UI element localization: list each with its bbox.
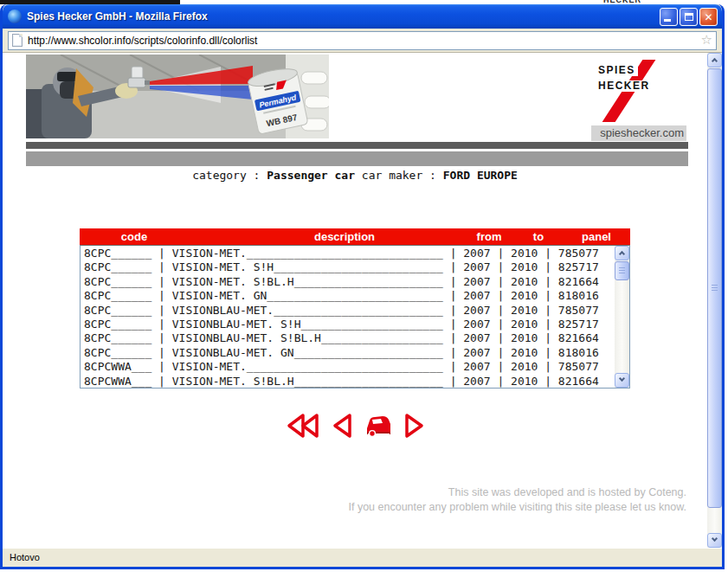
- minimize-button[interactable]: [660, 8, 678, 26]
- divider-bar-dark: [26, 142, 688, 149]
- browser-window: Spies Hecker GmbH - Mozilla Firefox ✕ ht…: [0, 4, 725, 569]
- banner-photo: Permahyd WB 897: [26, 55, 329, 138]
- url-input[interactable]: http://www.shcolor.info/scripts/colorinf…: [8, 31, 717, 50]
- maximize-button[interactable]: [680, 8, 698, 26]
- footer-line-2: If you encounter any problem while visit…: [349, 500, 687, 515]
- table-scroll-down-button[interactable]: [615, 373, 629, 388]
- logo-text-bottom: HECKER: [598, 80, 653, 92]
- table-row[interactable]: 8CPC______ | VISIONBLAU-MET. GN_________…: [84, 346, 615, 360]
- table-row[interactable]: 8CPC______ | VISION-MET. S!H____________…: [84, 260, 615, 274]
- table-row[interactable]: 8CPCWWA___ | VISION-MET.________________…: [84, 360, 615, 374]
- table-body: 8CPC______ | VISION-MET.________________…: [80, 245, 630, 389]
- maximize-icon: [685, 13, 693, 21]
- scroll-up-button[interactable]: [707, 53, 722, 67]
- bookmark-star-icon[interactable]: ☆: [701, 34, 712, 47]
- status-bar: Hotovo: [3, 548, 722, 567]
- minimize-icon: [664, 19, 671, 22]
- table-rows: 8CPC______ | VISION-MET.________________…: [81, 246, 615, 388]
- chevron-up-icon: [619, 251, 625, 257]
- url-text: http://www.shcolor.info/scripts/colorinf…: [28, 35, 698, 47]
- table-row[interactable]: 8CPC______ | VISION-MET.________________…: [84, 247, 615, 260]
- table-row[interactable]: 8CPC______ | VISION-MET. S!BL.H_________…: [84, 275, 615, 289]
- page-content: Permahyd WB 897 SPIES HECKER spieshecker…: [3, 53, 707, 548]
- maker-value: FORD EUROPE: [443, 169, 518, 182]
- table-row[interactable]: 8CPC______ | VISIONBLAU-MET. S!H________…: [84, 318, 615, 331]
- screen: HECKER Spies Hecker GmbH - Mozilla Firef…: [0, 0, 728, 578]
- close-button[interactable]: ✕: [699, 8, 718, 26]
- spies-hecker-logo: SPIES HECKER: [598, 61, 671, 120]
- table-row[interactable]: 8CPCWWA___ | VISION-MET. S!BL.H_________…: [84, 375, 615, 388]
- header-panel: panel: [582, 230, 611, 243]
- first-page-button[interactable]: [285, 412, 319, 440]
- table-header: code description from to panel: [80, 228, 630, 245]
- scroll-down-button[interactable]: [707, 533, 722, 548]
- car-list-button[interactable]: [364, 413, 392, 439]
- divider-bar-gray: [26, 151, 688, 166]
- location-toolbar: http://www.shcolor.info/scripts/colorinf…: [3, 29, 722, 53]
- header-description: description: [314, 230, 375, 243]
- maker-label: car maker :: [355, 169, 443, 182]
- previous-page-button[interactable]: [331, 412, 353, 440]
- pagination-nav: [3, 412, 707, 440]
- title-bar[interactable]: Spies Hecker GmbH - Mozilla Firefox ✕: [3, 4, 722, 29]
- color-table: code description from to panel 8CPC_____…: [80, 228, 630, 389]
- page-icon: [12, 34, 23, 47]
- header-to: to: [533, 230, 544, 243]
- logo-text-top: SPIES: [598, 65, 638, 76]
- footer-line-1: This site was developed and is hosted by…: [349, 485, 687, 500]
- chevron-down-icon: [619, 376, 625, 382]
- close-icon: ✕: [700, 10, 717, 24]
- header-code: code: [121, 230, 147, 243]
- table-row[interactable]: 8CPC______ | VISIONBLAU-MET. S!BL.H_____…: [84, 331, 615, 345]
- window-title: Spies Hecker GmbH - Mozilla Firefox: [27, 10, 660, 22]
- status-text: Hotovo: [10, 552, 40, 562]
- category-value: Passenger car: [267, 169, 355, 182]
- table-row[interactable]: 8CPC______ | VISIONBLAU-MET.____________…: [84, 304, 615, 318]
- chevron-down-icon: [712, 536, 718, 542]
- table-scrollbar[interactable]: [615, 246, 629, 388]
- firefox-icon: [8, 10, 22, 23]
- banner-photo-art: Permahyd WB 897: [26, 55, 329, 138]
- scrollbar-thumb[interactable]: [707, 68, 722, 508]
- browser-scrollbar[interactable]: [707, 53, 722, 548]
- footer-note: This site was developed and is hosted by…: [349, 485, 687, 515]
- next-page-button[interactable]: [403, 412, 426, 440]
- chevron-up-icon: [712, 58, 718, 64]
- site-label: spieshecker.com: [591, 125, 686, 141]
- header-from: from: [477, 230, 502, 243]
- table-row[interactable]: 8CPC______ | VISION-MET. GN_____________…: [84, 289, 615, 303]
- table-scroll-up-button[interactable]: [615, 246, 629, 260]
- page-viewport: Permahyd WB 897 SPIES HECKER spieshecker…: [3, 53, 722, 548]
- category-line: category : Passenger car car maker : FOR…: [3, 169, 707, 182]
- category-label: category :: [192, 169, 267, 182]
- table-scrollbar-thumb[interactable]: [615, 261, 629, 280]
